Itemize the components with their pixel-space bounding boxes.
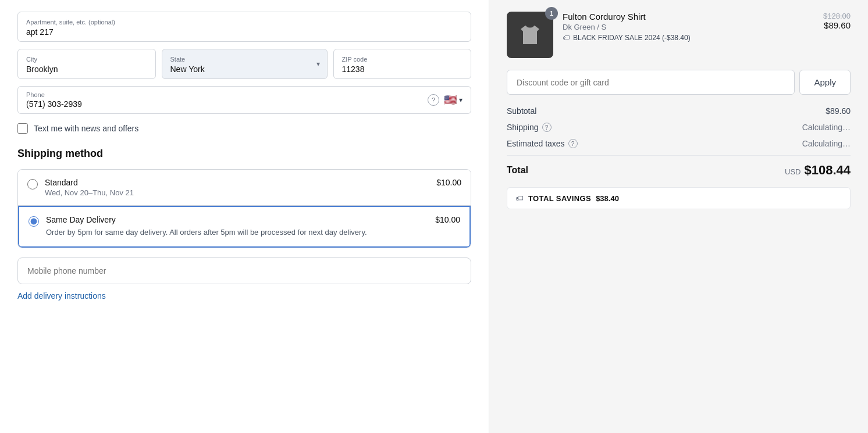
product-pricing: $128.00 $89.60 (823, 12, 851, 30)
sameday-details: Same Day Delivery Order by 5pm for same … (46, 215, 428, 238)
savings-tag-icon: 🏷 (515, 194, 524, 203)
standard-date: Wed, Nov 20–Thu, Nov 21 (45, 188, 429, 197)
state-select-wrapper[interactable]: State New York ▾ (162, 49, 328, 79)
phone-icons-group: ? 🇺🇸 ▾ (428, 94, 463, 106)
sms-checkbox-row[interactable]: Text me with news and offers (17, 123, 471, 134)
savings-label: TOTAL SAVINGS (528, 194, 591, 203)
sameday-description: Order by 5pm for same day delivery. All … (46, 227, 428, 238)
state-group: State New York ▾ (162, 49, 328, 79)
sms-label: Text me with news and offers (34, 124, 138, 133)
apply-button[interactable]: Apply (799, 70, 851, 95)
product-sale-label: BLACK FRIDAY SALE 2024 (-$38.40) (573, 34, 691, 42)
phone-label: Phone (26, 91, 423, 98)
zip-group: ZIP code (333, 49, 472, 79)
city-field[interactable]: City (17, 49, 156, 79)
total-row: Total USD $108.44 (507, 163, 851, 178)
taxes-label: Estimated taxes ? (507, 139, 578, 148)
product-quantity-badge: 1 (545, 7, 558, 20)
product-image (507, 12, 553, 58)
tag-icon: 🏷 (563, 34, 570, 42)
taxes-info-icon[interactable]: ? (568, 139, 578, 148)
state-select[interactable]: New York (170, 65, 319, 74)
sameday-radio[interactable] (29, 216, 39, 227)
discount-input[interactable] (507, 70, 795, 95)
apartment-label: Apartment, suite, etc. (optional) (26, 19, 115, 26)
shipping-value: Calculating… (802, 123, 851, 132)
zip-label: ZIP code (342, 56, 368, 63)
shipping-label: Shipping ? (507, 123, 552, 132)
taxes-row: Estimated taxes ? Calculating… (507, 139, 851, 148)
product-shirt-icon (517, 22, 543, 48)
shipping-row: Shipping ? Calculating… (507, 123, 851, 132)
standard-details: Standard Wed, Nov 20–Thu, Nov 21 (45, 178, 429, 197)
order-summary-panel: 1 Fulton Corduroy Shirt Dk Green / S 🏷 B… (489, 0, 868, 433)
standard-price: $10.00 (436, 178, 461, 187)
subtotal-value: $89.60 (826, 106, 851, 116)
standard-shipping-option[interactable]: Standard Wed, Nov 20–Thu, Nov 21 $10.00 (18, 170, 471, 206)
savings-amount: $38.40 (596, 194, 619, 203)
taxes-value: Calculating… (802, 139, 851, 148)
standard-radio[interactable] (27, 179, 38, 189)
product-original-price: $128.00 (823, 12, 851, 20)
total-currency: USD (785, 167, 801, 176)
city-state-zip-row: City State New York ▾ ZIP code (17, 49, 471, 79)
phone-group: Phone ? 🇺🇸 ▾ (17, 86, 471, 114)
discount-row: Apply (507, 70, 851, 95)
phone-help-icon[interactable]: ? (428, 94, 439, 106)
apartment-group: Apartment, suite, etc. (optional) (17, 12, 471, 42)
shipping-options-container: Standard Wed, Nov 20–Thu, Nov 21 $10.00 … (17, 169, 471, 248)
zip-field[interactable]: ZIP code (333, 49, 472, 79)
summary-divider (507, 155, 851, 156)
total-label: Total (507, 165, 528, 176)
sameday-name: Same Day Delivery (46, 215, 428, 224)
subtotal-label: Subtotal (507, 106, 536, 116)
city-label: City (26, 56, 37, 63)
product-image-wrapper: 1 (507, 12, 553, 58)
product-sale-tag: 🏷 BLACK FRIDAY SALE 2024 (-$38.40) (563, 34, 814, 42)
us-flag-icon: 🇺🇸 (444, 94, 457, 106)
product-row: 1 Fulton Corduroy Shirt Dk Green / S 🏷 B… (507, 12, 851, 58)
product-info: Fulton Corduroy Shirt Dk Green / S 🏷 BLA… (563, 12, 814, 42)
checkout-form-panel: Apartment, suite, etc. (optional) City S… (0, 0, 489, 433)
flag-chevron-icon: ▾ (459, 96, 463, 104)
add-delivery-instructions-link[interactable]: Add delivery instructions (17, 291, 106, 300)
sms-checkbox[interactable] (17, 123, 28, 134)
phone-input[interactable] (26, 99, 423, 109)
shipping-section-title: Shipping method (17, 148, 471, 160)
subtotal-row: Subtotal $89.60 (507, 106, 851, 116)
city-input[interactable] (26, 65, 147, 74)
city-group: City (17, 49, 156, 79)
total-value-group: USD $108.44 (785, 163, 851, 178)
state-label: State (170, 56, 186, 63)
product-sale-price: $89.60 (823, 20, 851, 30)
sameday-price: $10.00 (435, 215, 460, 224)
phone-input-group: Phone (26, 91, 423, 109)
product-variant: Dk Green / S (563, 23, 814, 31)
shipping-info-icon[interactable]: ? (542, 123, 552, 132)
total-amount: $108.44 (804, 163, 851, 178)
apartment-field[interactable]: Apartment, suite, etc. (optional) (17, 12, 471, 42)
zip-input[interactable] (342, 65, 463, 74)
mobile-phone-input[interactable] (27, 266, 461, 275)
country-flag-selector[interactable]: 🇺🇸 ▾ (444, 94, 463, 106)
mobile-input-wrapper[interactable] (17, 257, 471, 284)
apartment-input[interactable] (26, 27, 463, 37)
product-name: Fulton Corduroy Shirt (563, 12, 814, 22)
standard-name: Standard (45, 178, 429, 187)
sameday-shipping-option[interactable]: Same Day Delivery Order by 5pm for same … (18, 206, 471, 248)
savings-banner: 🏷 TOTAL SAVINGS $38.40 (507, 187, 851, 209)
